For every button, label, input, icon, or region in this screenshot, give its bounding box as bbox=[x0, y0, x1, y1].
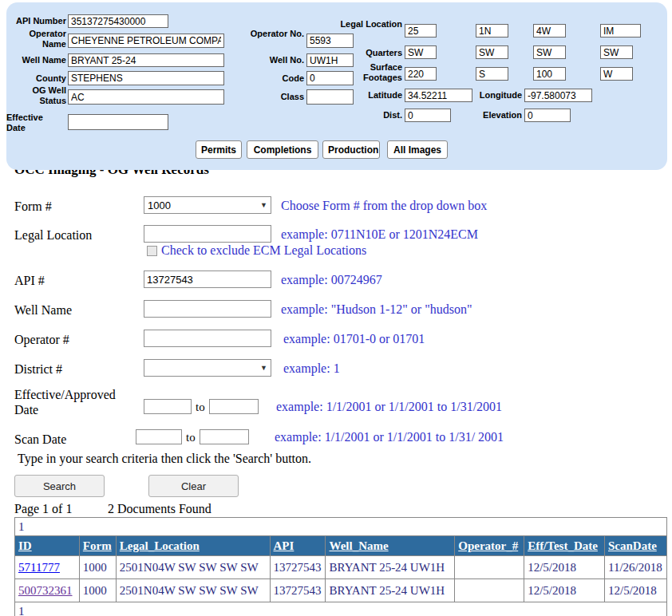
scan-date-to-input[interactable] bbox=[200, 429, 249, 444]
cell-legal-location: 2501N04W SW SW SW SW bbox=[116, 556, 270, 579]
elevation-label: Elevation bbox=[447, 110, 522, 120]
well-name-label: Well Name bbox=[10, 55, 66, 65]
cell-well-name: BRYANT 25-24 UW1H bbox=[326, 579, 455, 602]
effective-date-from-input[interactable] bbox=[144, 399, 192, 414]
quarters-input-2[interactable] bbox=[476, 45, 508, 59]
cell-legal-location: 2501N04W SW SW SW SW bbox=[116, 579, 270, 602]
api-search-input[interactable] bbox=[144, 270, 271, 288]
well-name-hint: example: "Hudson 1-12" or "hudson" bbox=[281, 302, 472, 317]
pager-row-top: 1 bbox=[15, 518, 667, 536]
quarters-input-1[interactable] bbox=[405, 45, 437, 59]
search-button[interactable]: Search bbox=[14, 475, 105, 497]
elevation-input[interactable] bbox=[524, 109, 571, 122]
legal-location-hint: example: 0711N10E or 1201N24ECM bbox=[281, 227, 478, 242]
dist-input[interactable] bbox=[405, 109, 451, 122]
scan-date-hint: example: 1/1/2001 or 1/1/2001 to 1/31/ 2… bbox=[275, 430, 504, 444]
document-id-link[interactable]: 5711777 bbox=[18, 561, 60, 574]
all-images-button[interactable]: All Images bbox=[387, 140, 448, 159]
quarters-input-3[interactable] bbox=[533, 45, 566, 59]
column-header-id[interactable]: ID bbox=[15, 536, 80, 556]
cell-scan-date: 11/26/2018 bbox=[604, 556, 666, 579]
operator-no-input[interactable] bbox=[306, 34, 354, 48]
cell-form: 1000 bbox=[79, 556, 116, 579]
chevron-down-icon: ▼ bbox=[260, 364, 267, 372]
effective-date-to-input[interactable] bbox=[209, 399, 259, 414]
column-header-legal-location[interactable]: Legal_Location bbox=[116, 536, 270, 556]
effective-approved-date-label: Effective/Approved Date bbox=[14, 387, 138, 417]
cell-api: 13727543 bbox=[270, 556, 326, 579]
district-label: District # bbox=[14, 361, 138, 377]
well-name-input[interactable] bbox=[68, 53, 224, 67]
legal-location-search-input[interactable] bbox=[144, 225, 271, 243]
surface-footages-input-2[interactable] bbox=[476, 67, 508, 81]
cell-scan-date: 12/5/2018 bbox=[604, 579, 666, 602]
operator-no-label: Operator No. bbox=[240, 29, 304, 39]
clear-button[interactable]: Clear bbox=[148, 475, 239, 497]
documents-found: 2 Documents Found bbox=[108, 502, 211, 516]
well-info-panel: API Number Operator Name Well Name Count… bbox=[6, 2, 667, 170]
column-header-eff-test-date[interactable]: Eff/Test_Date bbox=[524, 536, 605, 556]
cell-eff-test-date: 12/5/2018 bbox=[524, 556, 605, 579]
api-search-label: API # bbox=[14, 273, 138, 288]
legal-location-label: Legal Location bbox=[338, 19, 402, 30]
district-select[interactable]: ▼ bbox=[144, 359, 271, 377]
operator-name-input[interactable] bbox=[68, 34, 224, 48]
page: OCC Imaging - OG Well Records API Number… bbox=[0, 0, 672, 616]
production-button[interactable]: Production bbox=[322, 140, 380, 159]
api-hint: example: 00724967 bbox=[281, 273, 382, 287]
scan-date-from-input[interactable] bbox=[136, 429, 182, 444]
district-hint: example: 1 bbox=[283, 361, 340, 376]
surface-footages-label: Surface Footages bbox=[338, 62, 402, 83]
api-number-input[interactable] bbox=[68, 14, 168, 28]
surface-footages-input-3[interactable] bbox=[533, 67, 566, 81]
cell-well-name: BRYANT 25-24 UW1H bbox=[326, 556, 455, 579]
effective-date-input[interactable] bbox=[68, 114, 168, 130]
legal-location-township-input[interactable] bbox=[476, 24, 508, 38]
cell-operator bbox=[455, 556, 524, 579]
form-number-label: Form # bbox=[14, 199, 138, 214]
column-header-well-name[interactable]: Well_Name bbox=[326, 536, 455, 556]
code-label: Code bbox=[240, 73, 304, 84]
pager-top-link[interactable]: 1 bbox=[15, 518, 667, 536]
cell-api: 13727543 bbox=[270, 579, 326, 602]
longitude-input[interactable] bbox=[524, 89, 592, 102]
surface-footages-input-1[interactable] bbox=[405, 67, 437, 81]
search-instruction: Type in your search criteria then click … bbox=[18, 452, 311, 466]
surface-footages-input-4[interactable] bbox=[600, 67, 633, 81]
effective-date-hint: example: 1/1/2001 or 1/1/2001 to 1/31/20… bbox=[276, 400, 502, 414]
well-name-search-label: Well Name bbox=[14, 302, 138, 318]
column-header-operator[interactable]: Operator_# bbox=[455, 536, 524, 556]
og-well-status-input[interactable] bbox=[68, 89, 224, 105]
form-number-selected-value: 1000 bbox=[148, 199, 171, 211]
column-header-api[interactable]: API bbox=[270, 536, 326, 556]
quarters-input-4[interactable] bbox=[600, 45, 633, 59]
operator-search-label: Operator # bbox=[14, 332, 138, 347]
latitude-input[interactable] bbox=[405, 89, 472, 102]
permits-button[interactable]: Permits bbox=[196, 140, 242, 159]
pager-bottom-link[interactable]: 1 bbox=[15, 602, 667, 616]
api-number-label: API Number bbox=[10, 16, 66, 26]
column-header-scan-date[interactable]: ScanDate bbox=[604, 536, 666, 556]
exclude-ecm-checkbox[interactable] bbox=[147, 246, 157, 256]
cell-eff-test-date: 12/5/2018 bbox=[524, 579, 605, 602]
document-id-link[interactable]: 500732361 bbox=[18, 584, 73, 597]
results-table: 1 ID Form Legal_Location API Well_Name O… bbox=[14, 517, 667, 616]
class-label: Class bbox=[240, 92, 304, 102]
cell-operator bbox=[455, 579, 524, 602]
legal-location-section-input[interactable] bbox=[405, 24, 437, 38]
effective-date-label: Effective Date bbox=[6, 113, 63, 133]
results-header-row: ID Form Legal_Location API Well_Name Ope… bbox=[15, 536, 667, 556]
operator-search-input[interactable] bbox=[144, 330, 271, 347]
form-number-select[interactable]: 1000 ▼ bbox=[144, 196, 271, 214]
form-number-hint: Choose Form # from the drop down box bbox=[281, 199, 487, 213]
county-label: County bbox=[10, 73, 66, 84]
legal-location-range-input[interactable] bbox=[533, 24, 566, 38]
completions-button[interactable]: Completions bbox=[247, 140, 318, 159]
well-name-search-input[interactable] bbox=[144, 300, 271, 318]
table-row: 500732361 1000 2501N04W SW SW SW SW 1372… bbox=[15, 579, 667, 602]
county-input[interactable] bbox=[68, 71, 224, 85]
table-row: 5711777 1000 2501N04W SW SW SW SW 137275… bbox=[15, 556, 667, 579]
scan-date-to-label: to bbox=[186, 431, 196, 444]
column-header-form[interactable]: Form bbox=[79, 536, 116, 556]
legal-location-meridian-input[interactable] bbox=[600, 24, 641, 38]
